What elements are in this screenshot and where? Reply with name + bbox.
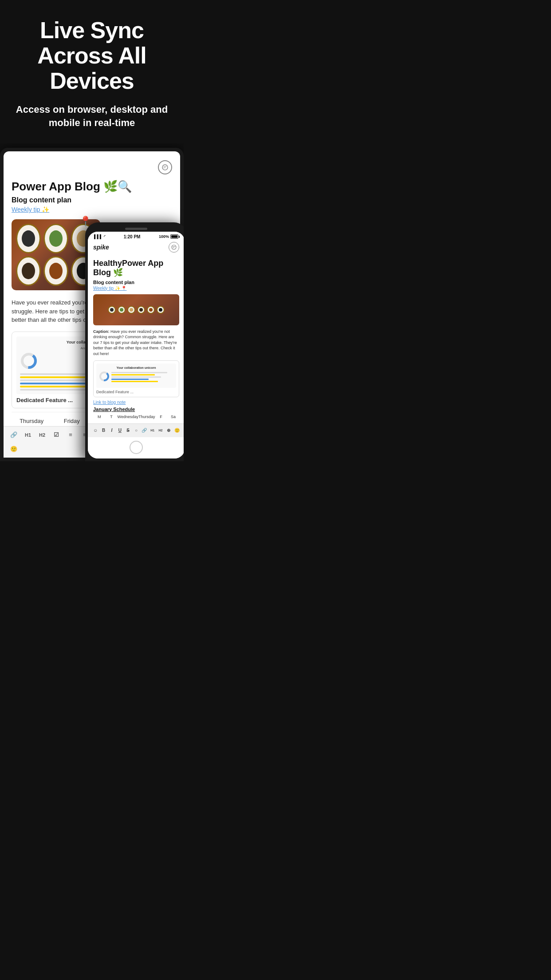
phone-status-bar: ▌▌▌ ◜ 1:20 PM 100% [88,232,184,240]
bowl-6 [157,306,165,314]
phone-schedule-title: January Schedule [93,407,179,412]
tablet-doc-subtitle: Blog content plan [12,196,172,204]
phone-food-image [93,294,179,325]
toolbar-h2-icon[interactable]: H2 [37,430,47,440]
phone-toolbar-underline[interactable]: U [116,427,124,435]
toolbar-link-icon[interactable]: 🔗 [9,430,19,440]
battery-icon [170,234,178,239]
toolbar-check-icon[interactable]: ☑ [51,430,61,440]
signal-indicators: ▌▌▌ ◜ [94,234,105,239]
phone-chat-icon[interactable] [169,242,179,253]
hero-subtitle: Access on browser, desktop and mobile in… [9,103,175,130]
phone-calendar-row: M T Wednesday Thursday F Sa [93,414,179,420]
bowl-4 [137,306,145,314]
phone-toolbar-bold[interactable]: B [100,427,108,435]
bowl-3 [127,306,135,314]
phone-toolbar-h1[interactable]: H1 [149,427,157,435]
phone-toolbar-emoji-right[interactable]: 🙂 [173,427,181,435]
phone-cal-thursday: Thursday [138,414,155,420]
svg-point-0 [162,165,168,170]
phone-doc-subtitle: Blog content plan [93,280,179,285]
phone-home-button[interactable] [130,441,143,454]
phone-notch [88,225,184,232]
phone-toolbar-emoji-left[interactable]: ☺ [91,427,99,435]
phone-dedicated-label: Dedicated Feature ... [96,390,176,394]
hero-title: Live Sync Across All Devices [9,18,175,94]
phone-doc-title: HealthyPower App Blog 🌿 [93,259,179,278]
phone-blog-link[interactable]: Link to blog note [93,400,179,405]
status-time: 1:20 PM [124,234,141,239]
phone-device: ▌▌▌ ◜ 1:20 PM 100% spike [85,222,184,461]
phone-toolbar-add[interactable]: ⊕ [165,427,173,435]
caption-label: Caption: [93,329,110,334]
phone-home-area [88,437,184,458]
tablet-doc-link[interactable]: Weekly tip ✨ [12,206,172,213]
phone-toolbar-strikethrough[interactable]: S [124,427,132,435]
phone-toolbar-circle[interactable]: ○ [132,427,140,435]
phone-cal-f: F [155,414,167,420]
phone-cal-wednesday: Wednesday [118,414,138,420]
devices-section: Power App Blog 🌿🔍 Blog content plan Week… [0,143,184,461]
toolbar-h1-icon[interactable]: H1 [23,430,33,440]
bowl-5 [147,306,155,314]
battery-indicator: 100% [159,234,178,239]
phone-mini-doc-title: Your collaboration unicorn [99,366,173,369]
phone-toolbar-link[interactable]: 🔗 [140,427,148,435]
phone-cal-m: M [93,414,105,420]
mini-doc-chart [20,352,38,370]
phone-doc-link[interactable]: Weekly tip ✨ 📍 [93,286,179,291]
phone-cal-sa: Sa [167,414,179,420]
phone-cal-t: T [105,414,117,420]
tablet-doc-title: Power App Blog 🌿🔍 [12,180,172,194]
phone-content: HealthyPower App Blog 🌿 Blog content pla… [88,255,184,423]
toolbar-emoji-icon[interactable]: 🙂 [9,444,19,454]
phone-toolbar-h2[interactable]: H2 [157,427,165,435]
phone-mini-doc: Your collaboration unicorn [93,360,179,397]
toolbar-ol-icon[interactable]: ≡ [66,430,75,440]
signal-icon: ▌▌▌ [94,234,102,239]
chat-icon[interactable] [158,160,172,174]
phone-speaker [125,228,147,230]
battery-percent: 100% [159,234,169,239]
svg-point-3 [172,245,176,249]
phone-toolbar-italic[interactable]: I [108,427,116,435]
phone-app-bar: spike [88,240,184,255]
spike-logo: spike [93,244,109,251]
phone-caption: Caption: Have you ever realized you're n… [93,329,179,357]
phone-screen: ▌▌▌ ◜ 1:20 PM 100% spike [88,232,184,458]
phone-mini-inner: Your collaboration unicorn [96,364,176,388]
hero-section: Live Sync Across All Devices Access on b… [0,0,184,143]
phone-mini-chart [99,371,110,382]
phone-toolbar: ☺ B I U S ○ 🔗 H1 H2 ⊕ 🙂 [88,423,184,437]
bowl-2 [118,306,126,314]
tablet-cal-thursday: Thursday [12,416,52,426]
bowl-1 [108,306,116,314]
wifi-icon: ◜ [104,234,105,239]
tablet-top-bar [12,160,172,174]
